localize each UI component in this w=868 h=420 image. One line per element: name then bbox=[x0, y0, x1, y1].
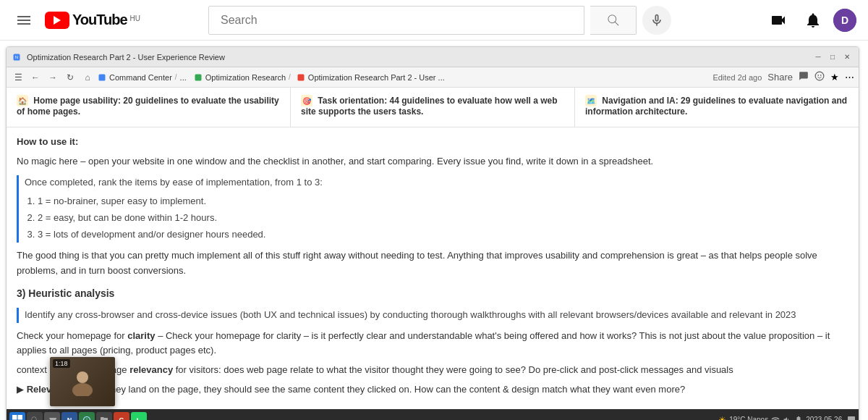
svg-point-8 bbox=[817, 75, 819, 76]
person-thumbnail bbox=[68, 367, 97, 396]
store-icon bbox=[48, 416, 56, 420]
heuristic-p1: Identify any cross-browser and cross-dev… bbox=[17, 308, 848, 323]
breadcrumb-icon bbox=[98, 73, 106, 82]
network-icon bbox=[771, 416, 780, 420]
minimize-button[interactable]: ─ bbox=[812, 51, 824, 63]
taskbar-right: ☀ 19°C Napos 2023.05.26. bbox=[718, 415, 856, 420]
emoji-button[interactable] bbox=[814, 71, 825, 83]
breadcrumb-item-1[interactable]: ... bbox=[180, 73, 187, 82]
toolbar-menu-button[interactable]: ☰ bbox=[11, 70, 25, 85]
notifications-button[interactable] bbox=[799, 6, 827, 35]
svg-point-10 bbox=[77, 371, 88, 383]
main-content: N Optimization Research Part 2 - User Ex… bbox=[0, 41, 868, 420]
taskbar-app2[interactable] bbox=[79, 412, 95, 420]
search-icon bbox=[606, 13, 621, 28]
overflow-button[interactable]: ⋯ bbox=[845, 72, 854, 83]
breadcrumb-favicon bbox=[98, 73, 106, 82]
taskbar-app3[interactable] bbox=[96, 412, 112, 420]
svg-rect-6 bbox=[297, 74, 304, 80]
no-magic-text: No magic here – open your website in one… bbox=[17, 154, 848, 169]
heuristic-context-p: context and evaluate page relevancy for … bbox=[17, 363, 848, 378]
search-input[interactable] bbox=[209, 7, 584, 34]
taskbar-app1[interactable]: N bbox=[61, 412, 77, 420]
card-icon-2: 🗺️ bbox=[585, 95, 597, 106]
country-code: HU bbox=[130, 14, 140, 22]
youtube-wordmark: YouTube bbox=[72, 12, 127, 28]
browser-content: 🏠 Home page usability: 20 guidelines to … bbox=[7, 88, 859, 420]
rank-item-2: 3 = lots of development and/or designer … bbox=[38, 227, 848, 243]
breadcrumb-item-0[interactable]: Command Center bbox=[109, 73, 172, 82]
taskbar-app4-icon: G bbox=[119, 416, 124, 420]
volume-icon bbox=[783, 416, 791, 420]
breadcrumb-favicon2 bbox=[194, 73, 203, 82]
svg-point-7 bbox=[815, 72, 824, 80]
youtube-icon bbox=[45, 12, 69, 29]
rank-item-1: 2 = easy, but can be done within 1-2 hou… bbox=[38, 211, 848, 226]
notifications-icon bbox=[804, 12, 822, 29]
whatsapp-icon bbox=[135, 416, 143, 420]
folder-icon bbox=[100, 416, 109, 420]
svg-rect-4 bbox=[99, 74, 106, 80]
svg-text:N: N bbox=[15, 55, 18, 59]
star-button[interactable]: ★ bbox=[830, 72, 839, 83]
breadcrumb-icon2 bbox=[194, 73, 203, 82]
card-icon-1: 🎯 bbox=[301, 95, 312, 106]
taskbar-start[interactable] bbox=[9, 412, 25, 420]
chat-icon bbox=[847, 416, 856, 420]
taskbar-app5[interactable] bbox=[131, 412, 147, 420]
card-icon-0: 🏠 bbox=[17, 95, 28, 106]
video-thumbnail-overlay[interactable]: 1:18 bbox=[50, 357, 115, 406]
share-toolbar-button[interactable]: Share bbox=[767, 72, 793, 83]
youtube-logo[interactable]: YouTube HU bbox=[45, 12, 140, 29]
header-left: YouTube HU bbox=[12, 8, 156, 33]
toolbar-home-button[interactable]: ⌂ bbox=[80, 70, 95, 85]
breadcrumb-item-3[interactable]: Optimization Research Part 2 - User ... bbox=[308, 73, 445, 82]
card-1: 🎯 Task orientation: 44 guidelines to eva… bbox=[291, 88, 575, 127]
breadcrumb-item-2[interactable]: Optimization Research bbox=[205, 73, 286, 82]
how-to-use-heading: How to use it: bbox=[17, 135, 848, 150]
breadcrumb-favicon3 bbox=[297, 73, 305, 82]
taskbar-store[interactable] bbox=[44, 412, 60, 420]
comment-button[interactable] bbox=[799, 71, 809, 83]
taskbar-app2-icon bbox=[82, 416, 91, 420]
weather-text: 19°C Napos bbox=[729, 416, 768, 420]
svg-point-11 bbox=[72, 383, 93, 396]
rank-items-block: Once completed, rank the items by ease o… bbox=[17, 175, 848, 243]
search-button[interactable] bbox=[590, 6, 637, 35]
toolbar-reload-button[interactable]: ↻ bbox=[63, 70, 77, 85]
toolbar-back-button[interactable]: ← bbox=[28, 70, 43, 85]
browser-window: N Optimization Research Part 2 - User Ex… bbox=[6, 46, 859, 420]
toolbar-forward-button[interactable]: → bbox=[46, 70, 60, 85]
thumbnail-timer: 1:18 bbox=[53, 359, 70, 368]
svg-rect-5 bbox=[195, 74, 201, 80]
battery-icon bbox=[794, 416, 803, 420]
mic-button[interactable] bbox=[642, 6, 671, 35]
taskbar-app4[interactable]: G bbox=[114, 412, 129, 420]
breadcrumb: Command Center / ... Optimization Resear… bbox=[98, 73, 710, 82]
comment-icon bbox=[799, 71, 809, 81]
browser-toolbar: ☰ ← → ↻ ⌂ Command Center / ... bbox=[7, 67, 859, 88]
cards-row: 🏠 Home page usability: 20 guidelines to … bbox=[7, 88, 859, 127]
windows-icon bbox=[12, 415, 22, 420]
breadcrumb-icon3 bbox=[297, 73, 305, 82]
card-0: 🏠 Home page usability: 20 guidelines to … bbox=[7, 88, 291, 127]
taskbar-app1-icon: N bbox=[67, 416, 72, 420]
taskbar-search-icon bbox=[30, 416, 39, 420]
rank-item-0: 1 = no-brainer, super easy to implement. bbox=[38, 194, 848, 209]
close-button[interactable]: ✕ bbox=[841, 51, 853, 63]
restore-button[interactable]: □ bbox=[827, 51, 838, 63]
avatar[interactable]: D bbox=[833, 9, 856, 32]
search-form bbox=[208, 6, 584, 35]
create-icon bbox=[770, 12, 787, 29]
taskbar-search[interactable] bbox=[27, 412, 43, 420]
menu-button[interactable] bbox=[12, 8, 36, 33]
doc-content: How to use it: No magic here – open your… bbox=[7, 127, 859, 409]
emoji-icon bbox=[814, 71, 825, 81]
header-right: D bbox=[764, 6, 856, 35]
create-button[interactable] bbox=[764, 6, 793, 35]
header-center bbox=[208, 6, 671, 35]
date-text: 2023.05.26. bbox=[806, 416, 844, 420]
weather-icon: ☀ bbox=[718, 415, 726, 420]
heuristic-relevancy-p: ▶ Relevancy– When they land on the page,… bbox=[17, 382, 848, 398]
svg-point-9 bbox=[820, 75, 822, 76]
